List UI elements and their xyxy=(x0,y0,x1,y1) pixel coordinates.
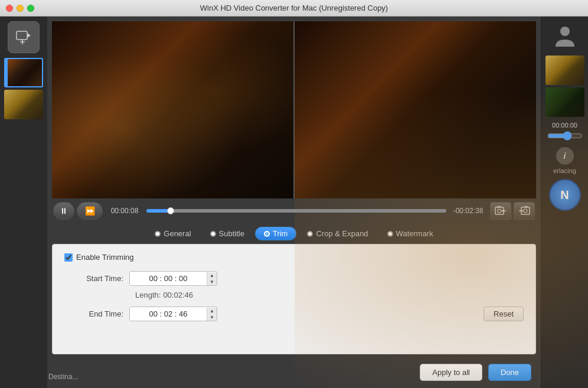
video-panel-right xyxy=(293,21,536,198)
scene-overlay-left xyxy=(52,21,293,198)
enable-trimming-checkbox[interactable] xyxy=(64,253,73,262)
play-controls: ⏸ ⏩ xyxy=(53,202,103,220)
tab-general-label: General xyxy=(164,229,191,238)
tab-trim[interactable]: Trim xyxy=(255,227,297,240)
tab-subtitle-label: Subtitle xyxy=(219,229,244,238)
end-time-label: End Time: xyxy=(76,309,123,318)
pause-icon: ⏸ xyxy=(60,206,68,216)
end-time-spinners: ▲ ▼ xyxy=(207,308,217,321)
start-time-spinners: ▲ ▼ xyxy=(207,272,217,285)
start-time-label: Start Time: xyxy=(76,274,123,283)
video-preview-area xyxy=(52,21,536,198)
fast-forward-button[interactable]: ⏩ xyxy=(77,202,103,220)
left-sidebar xyxy=(0,17,47,388)
tab-general-radio xyxy=(155,231,161,237)
pause-button[interactable]: ⏸ xyxy=(53,202,74,220)
minimize-button[interactable] xyxy=(17,5,24,12)
progress-bar[interactable] xyxy=(146,209,446,213)
current-time: 00:00:08 xyxy=(107,207,142,215)
progress-thumb[interactable] xyxy=(167,207,174,214)
end-time-input-group: ▲ ▼ xyxy=(129,307,217,321)
close-button[interactable] xyxy=(6,5,13,12)
tab-general[interactable]: General xyxy=(146,227,199,240)
main-layout: ⏸ ⏩ 00:00:08 -00:02:38 xyxy=(0,17,588,388)
length-label: Length: xyxy=(135,291,161,299)
start-time-input-group: ▲ ▼ xyxy=(129,271,217,286)
sidebar-thumb-2[interactable] xyxy=(4,90,43,119)
length-value: 00:02:46 xyxy=(163,291,193,299)
destination-label: Destina... xyxy=(48,373,79,381)
enable-trimming-label: Enable Trimming xyxy=(76,253,134,262)
end-time-input[interactable] xyxy=(130,307,207,321)
titlebar: WinX HD Video Converter for Mac (Unregis… xyxy=(0,0,588,17)
start-time-down[interactable]: ▼ xyxy=(207,279,217,285)
start-time-input[interactable] xyxy=(130,272,207,285)
video-panel-left xyxy=(52,21,293,198)
tab-subtitle-radio xyxy=(210,231,216,237)
traffic-lights xyxy=(6,5,34,12)
end-time-down[interactable]: ▼ xyxy=(207,314,217,321)
active-indicator xyxy=(5,59,8,86)
svg-marker-1 xyxy=(27,33,31,38)
tab-trim-label: Trim xyxy=(273,229,288,238)
add-video-icon xyxy=(15,29,32,45)
tab-subtitle[interactable]: Subtitle xyxy=(202,227,253,240)
maximize-button[interactable] xyxy=(27,5,34,12)
window-title: WinX HD Video Converter for Mac (Unregis… xyxy=(200,4,388,12)
tab-trim-radio xyxy=(264,231,270,237)
thumb-image-1 xyxy=(5,59,42,86)
svg-rect-0 xyxy=(17,31,27,40)
add-video-button[interactable] xyxy=(8,21,40,53)
end-time-up[interactable]: ▲ xyxy=(207,308,217,314)
ffwd-icon: ⏩ xyxy=(85,206,95,216)
scene-overlay-right xyxy=(295,21,536,198)
center-content: ⏸ ⏩ 00:00:08 -00:02:38 xyxy=(47,17,541,388)
thumb-image-2 xyxy=(4,90,43,119)
start-time-up[interactable]: ▲ xyxy=(207,272,217,279)
sidebar-thumb-1[interactable] xyxy=(4,58,43,87)
